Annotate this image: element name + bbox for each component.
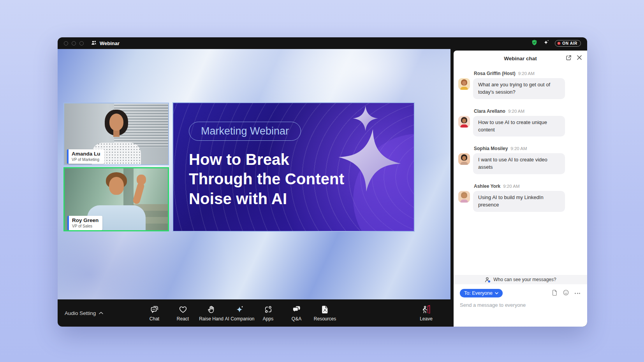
chat-panel: Webinar chat Rosa Griffin (Host)9:2 [454, 51, 587, 327]
raised-hand-icon [206, 304, 216, 315]
document-sparkle-icon [320, 304, 330, 315]
video-tile-amanda[interactable]: Amanda Lu VP of Marketing [63, 103, 169, 165]
message-input[interactable]: Send a message to everyone [460, 302, 581, 327]
apps-button[interactable]: Apps [254, 304, 282, 322]
speaker-name: Roy Green [72, 217, 99, 224]
qa-button[interactable]: Q&A [282, 304, 311, 322]
message-time: 9:20 AM [510, 146, 527, 151]
avatar [458, 116, 470, 128]
chat-button[interactable]: Chat [140, 304, 169, 322]
chat-message: Clara Arellano9:20 AM How to use AI to c… [458, 108, 582, 137]
window-close-button[interactable] [64, 41, 68, 45]
sender-name: Sophia Mosiley [474, 146, 508, 151]
message-time: 9:20 AM [518, 71, 535, 76]
message-bubble: I want to use AI to create video assets [473, 153, 565, 174]
message-bubble: How to use AI to create unique content [473, 116, 565, 137]
audio-setting-label: Audio Setting [65, 310, 96, 316]
presentation-slide: Marketing Webinar How to Break Through t… [172, 102, 415, 232]
pop-out-icon[interactable] [565, 54, 572, 63]
window-minimize-button[interactable] [72, 41, 76, 45]
close-icon[interactable] [577, 55, 582, 62]
chevron-down-icon [495, 292, 498, 294]
sender-name: Rosa Griffin (Host) [474, 71, 516, 76]
privacy-note-label: Who can see your messages? [493, 277, 556, 282]
on-air-badge: ON AIR [555, 40, 581, 47]
speaker-name: Amanda Lu [72, 151, 100, 157]
titlebar-right: ON AIR [531, 39, 581, 47]
speaker-role: VP of Marketing [72, 157, 100, 162]
window-zoom-button[interactable] [79, 41, 84, 45]
slide-title: How to Break Through the Content Noise w… [189, 150, 344, 208]
chat-message: Sophia Mosiley9:20 AM I want to use AI t… [458, 146, 582, 174]
more-options-icon[interactable] [574, 292, 581, 295]
privacy-note[interactable]: Who can see your messages? [454, 275, 587, 284]
ai-companion-titlebar-icon[interactable] [543, 39, 550, 47]
message-bubble: Using AI to build my LinkedIn presence [473, 191, 565, 212]
react-button[interactable]: React [169, 304, 197, 322]
nametag-roy: Roy Green VP of Sales [67, 216, 102, 230]
sender-name: Ashlee York [474, 184, 500, 189]
chat-header: Webinar chat [454, 51, 587, 66]
window-title-label: Webinar [100, 40, 120, 46]
audio-setting-button[interactable]: Audio Setting [65, 310, 103, 316]
shield-check-icon [531, 39, 538, 47]
chat-title: Webinar chat [504, 56, 537, 61]
chat-message: Rosa Griffin (Host)9:20 AM What are you … [458, 71, 582, 99]
window-controls [64, 41, 84, 45]
resources-button[interactable]: Resources [311, 304, 339, 322]
leave-button[interactable]: Leave [412, 304, 440, 322]
ai-sparkle-icon [235, 304, 245, 315]
toolbar: Audio Setting Chat [58, 299, 450, 327]
raise-hand-button[interactable]: Raise Hand [197, 304, 225, 322]
webinar-window: Webinar ON AIR [58, 37, 587, 327]
chat-bubbles-icon [150, 304, 160, 315]
on-air-label: ON AIR [562, 41, 577, 45]
nametag-amanda: Amanda Lu VP of Marketing [67, 149, 104, 164]
video-tile-roy-active-speaker[interactable]: Roy Green VP of Sales [63, 167, 169, 231]
qa-bubbles-icon [292, 304, 302, 315]
toolbar-buttons: Chat React Raise Hand [140, 304, 339, 322]
compose-area: To: Everyone [454, 284, 587, 327]
chat-message-list: Rosa Griffin (Host)9:20 AM What are you … [454, 66, 587, 221]
message-time: 9:20 AM [503, 184, 519, 189]
chat-message: Ashlee York9:20 AM Using AI to build my … [458, 184, 582, 212]
person-privacy-icon [484, 276, 491, 283]
avatar [458, 153, 470, 165]
avatar [458, 191, 470, 203]
to-selector-label: To: Everyone [464, 290, 493, 296]
leave-door-icon [421, 304, 431, 315]
on-air-dot-icon [558, 42, 560, 45]
apps-icon [263, 304, 273, 315]
message-time: 9:20 AM [508, 109, 524, 114]
slide-badge: Marketing Webinar [189, 122, 301, 141]
avatar [458, 78, 470, 90]
message-bubble: What are you trying to get out of today'… [473, 78, 565, 99]
speaker-role: VP of Sales [72, 224, 99, 228]
window-title: Webinar [91, 40, 120, 47]
chevron-up-icon [99, 312, 103, 315]
video-stage: Amanda Lu VP of Marketing Roy Green VP o… [58, 49, 450, 299]
titlebar: Webinar ON AIR [58, 37, 587, 49]
file-attach-icon[interactable] [551, 289, 558, 297]
emoji-icon[interactable] [563, 289, 569, 297]
heart-icon [178, 304, 188, 315]
sender-name: Clara Arellano [474, 108, 505, 114]
to-selector[interactable]: To: Everyone [460, 289, 503, 297]
participants-icon [91, 40, 97, 47]
ai-companion-button[interactable]: AI Companion [225, 304, 254, 322]
